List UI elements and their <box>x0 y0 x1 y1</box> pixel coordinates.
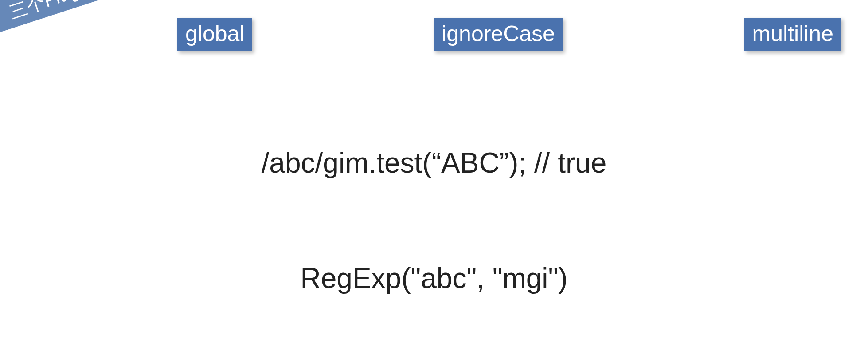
ribbon-label: 三个Flag <box>6 0 83 24</box>
flag-badge-global: global <box>177 18 252 51</box>
flag-badges-row: global ignoreCase multiline <box>177 18 841 51</box>
flag-badge-ignorecase: ignoreCase <box>434 18 563 51</box>
corner-ribbon: 三个Flag <box>0 0 133 43</box>
flag-badge-multiline: multiline <box>744 18 841 51</box>
code-example-constructor: RegExp("abc", "mgi") <box>0 262 868 295</box>
code-example-literal: /abc/gim.test(“ABC”); // true <box>0 146 868 179</box>
